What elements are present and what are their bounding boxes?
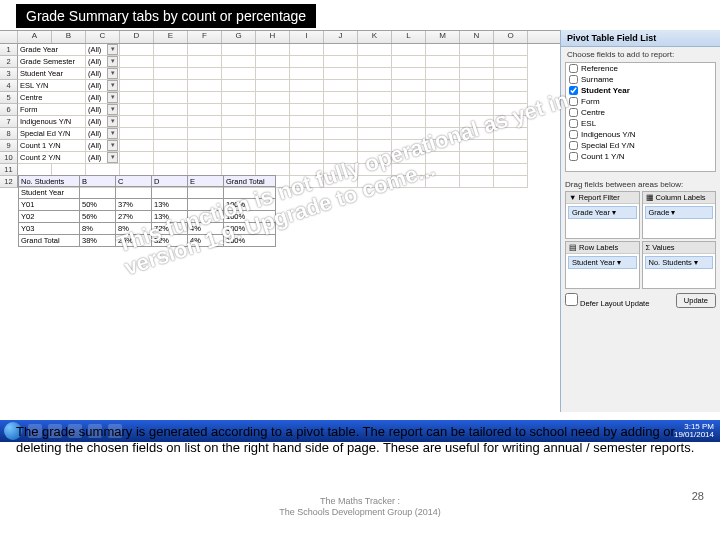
column-header[interactable]: L [392, 31, 426, 43]
filter-dropdown[interactable]: (All) [86, 104, 120, 116]
column-header[interactable]: N [460, 31, 494, 43]
field-list-item[interactable]: ESL [566, 118, 715, 129]
area-row-labels[interactable]: ▤ Row LabelsStudent Year ▾ [565, 241, 640, 289]
field-list-item[interactable]: Count 1 Y/N [566, 151, 715, 162]
filter-row: 4ESL Y/N(All) [0, 80, 560, 92]
field-list-item[interactable]: Student Year [566, 85, 715, 96]
pivot-cell [116, 187, 152, 199]
pivot-header-cell: D [152, 175, 188, 187]
column-header[interactable]: M [426, 31, 460, 43]
column-header[interactable]: G [222, 31, 256, 43]
page-number: 28 [692, 490, 704, 502]
pivot-field-pane: Pivot Table Field List Choose fields to … [560, 30, 720, 412]
column-header[interactable]: J [324, 31, 358, 43]
slide-body-text: The grade summary is generated according… [16, 424, 704, 457]
area-item[interactable]: Grade ▾ [645, 206, 714, 219]
row-header[interactable]: 8 [0, 128, 18, 140]
field-list-item[interactable]: Centre [566, 107, 715, 118]
field-checkbox[interactable] [569, 141, 578, 150]
filter-row: 1Grade Year(All) [0, 44, 560, 56]
pivot-cell: Y02 [18, 211, 80, 223]
area-item[interactable]: Grade Year ▾ [568, 206, 637, 219]
field-list-item[interactable]: Surname [566, 74, 715, 85]
filter-dropdown[interactable]: (All) [86, 116, 120, 128]
pivot-cell: 50% [80, 199, 116, 211]
row-header[interactable]: 11 [0, 164, 18, 176]
filter-dropdown[interactable]: (All) [86, 152, 120, 164]
filter-label: Student Year [18, 68, 86, 80]
pivot-cell: 13% [152, 199, 188, 211]
pivot-cell: Y03 [18, 223, 80, 235]
pivot-cell: Student Year [18, 187, 80, 199]
column-header[interactable]: D [120, 31, 154, 43]
row-header[interactable]: 5 [0, 92, 18, 104]
row-header[interactable]: 2 [0, 56, 18, 68]
field-list-item[interactable]: Form [566, 96, 715, 107]
column-header[interactable]: A [18, 31, 52, 43]
filter-label: Count 1 Y/N [18, 140, 86, 152]
slide-title: Grade Summary tabs by count or percentag… [16, 4, 316, 28]
row-header[interactable]: 4 [0, 80, 18, 92]
area-report-filter[interactable]: ▼ Report FilterGrade Year ▾ [565, 191, 640, 239]
field-checkbox[interactable] [569, 86, 578, 95]
filter-dropdown[interactable]: (All) [86, 44, 120, 56]
column-header[interactable]: H [256, 31, 290, 43]
filter-row: 3Student Year(All) [0, 68, 560, 80]
excel-screenshot: ABCDEFGHIJKLMNO 1Grade Year(All)2Grade S… [0, 30, 720, 412]
pivot-cell [152, 187, 188, 199]
column-header[interactable]: O [494, 31, 528, 43]
row-header[interactable]: 9 [0, 140, 18, 152]
column-header[interactable]: B [52, 31, 86, 43]
pivot-cell: Grand Total [18, 235, 80, 247]
filter-label: ESL Y/N [18, 80, 86, 92]
column-headers: ABCDEFGHIJKLMNO [0, 30, 560, 44]
pivot-cell: Y01 [18, 199, 80, 211]
column-header[interactable]: C [86, 31, 120, 43]
filter-dropdown[interactable]: (All) [86, 56, 120, 68]
filter-label: Grade Semester [18, 56, 86, 68]
column-header[interactable]: I [290, 31, 324, 43]
field-list-item[interactable]: Special Ed Y/N [566, 140, 715, 151]
column-header[interactable]: E [154, 31, 188, 43]
filter-row: 6Form(All) [0, 104, 560, 116]
filter-label: Special Ed Y/N [18, 128, 86, 140]
drag-fields-label: Drag fields between areas below: [565, 178, 716, 191]
row-header[interactable]: 1 [0, 44, 18, 56]
pivot-header-cell: E [188, 175, 224, 187]
pivot-cell: 56% [80, 211, 116, 223]
update-button[interactable]: Update [676, 293, 716, 308]
pivot-cell: 37% [116, 199, 152, 211]
field-checkbox[interactable] [569, 97, 578, 106]
pivot-header-cell: No. Students [18, 175, 80, 187]
pivot-cell [80, 187, 116, 199]
filter-dropdown[interactable]: (All) [86, 68, 120, 80]
field-list-item[interactable]: Reference [566, 63, 715, 74]
row-header[interactable]: 12 [0, 176, 18, 188]
area-item[interactable]: No. Students ▾ [645, 256, 714, 269]
area-item[interactable]: Student Year ▾ [568, 256, 637, 269]
field-checkbox[interactable] [569, 75, 578, 84]
pivot-cell [188, 187, 224, 199]
filter-label: Grade Year [18, 44, 86, 56]
field-checkbox[interactable] [569, 152, 578, 161]
row-header[interactable]: 6 [0, 104, 18, 116]
filter-label: Centre [18, 92, 86, 104]
filter-row: 5Centre(All) [0, 92, 560, 104]
area-column-labels[interactable]: ▦ Column LabelsGrade ▾ [642, 191, 717, 239]
field-list-item[interactable]: Indigenous Y/N [566, 129, 715, 140]
row-header[interactable]: 7 [0, 116, 18, 128]
filter-dropdown[interactable]: (All) [86, 128, 120, 140]
filter-dropdown[interactable]: (All) [86, 92, 120, 104]
area-values[interactable]: Σ ValuesNo. Students ▾ [642, 241, 717, 289]
row-header[interactable]: 10 [0, 152, 18, 164]
filter-dropdown[interactable]: (All) [86, 140, 120, 152]
field-checkbox[interactable] [569, 64, 578, 73]
areas-grid: ▼ Report FilterGrade Year ▾▦ Column Labe… [565, 191, 716, 289]
row-header[interactable]: 3 [0, 68, 18, 80]
filter-label: Form [18, 104, 86, 116]
column-header[interactable]: K [358, 31, 392, 43]
defer-checkbox[interactable]: Defer Layout Update [565, 293, 649, 308]
column-header[interactable]: F [188, 31, 222, 43]
field-list[interactable]: ReferenceSurnameStudent YearFormCentreES… [565, 62, 716, 172]
filter-dropdown[interactable]: (All) [86, 80, 120, 92]
